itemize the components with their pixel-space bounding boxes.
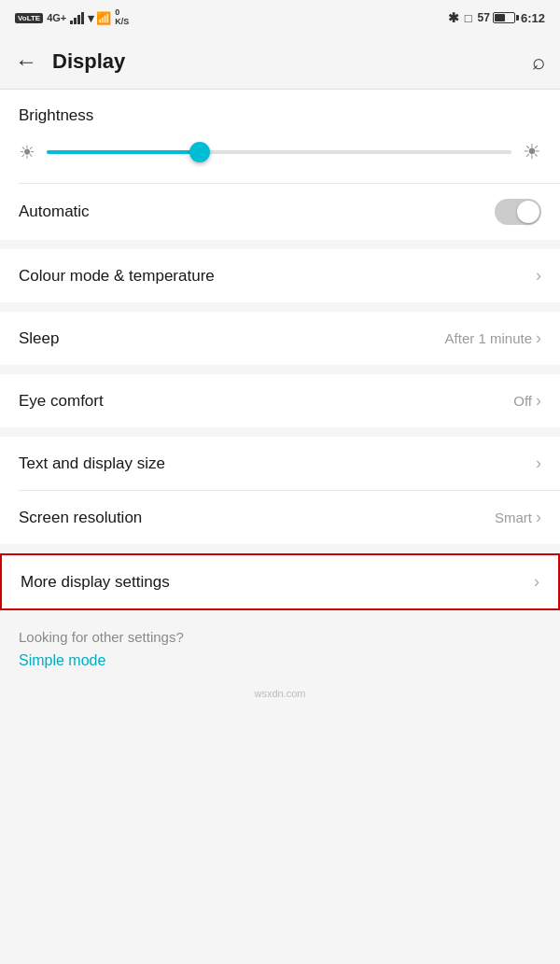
colour-mode-label: Colour mode & temperature [19,267,215,286]
screen-resolution-value: Smart [495,510,532,525]
automatic-row: Automatic [0,184,560,240]
colour-mode-chevron: › [536,266,541,286]
sleep-label: Sleep [19,329,59,348]
screen-resolution-label: Screen resolution [19,509,142,527]
automatic-toggle[interactable] [495,199,541,225]
colour-mode-row[interactable]: Colour mode & temperature › [0,249,560,302]
page-title: Display [52,49,125,74]
slider-fill [47,150,200,154]
time-display: 6:12 [521,11,545,25]
battery-level [495,14,505,21]
sun-large-icon: ☀ [523,140,541,164]
signal-4g: 4G+ [47,12,66,23]
sleep-right: After 1 minute › [445,328,541,348]
screen-resolution-chevron: › [536,508,541,527]
status-left: VoLTE 4G+ ▾ 📶 0 K/S [15,8,129,27]
slider-thumb[interactable] [189,142,210,162]
text-display-label: Text and display size [19,454,165,473]
brightness-slider[interactable] [47,141,511,163]
toggle-knob [517,201,539,223]
wifi-signal: ▾ 📶 [88,11,111,25]
looking-text: Looking for other settings? [19,629,541,645]
more-display-settings-row[interactable]: More display settings › [2,555,558,608]
battery-percent: 57 [478,11,490,24]
vibrate-icon: □ [465,11,472,25]
more-display-settings-chevron: › [534,572,539,592]
simple-mode-link[interactable]: Simple mode [19,652,541,669]
bluetooth-icon: ✱ [448,10,459,25]
looking-section: Looking for other settings? Simple mode [0,610,560,684]
text-display-right: › [536,454,541,473]
back-button[interactable]: ← [15,49,37,75]
sleep-chevron: › [536,328,541,348]
eye-comfort-label: Eye comfort [19,392,104,411]
sleep-value: After 1 minute [445,330,532,346]
search-icon[interactable]: ⌕ [532,49,545,75]
slider-track [47,150,511,154]
brightness-slider-row: ☀ ☀ [19,140,541,164]
sleep-card: Sleep After 1 minute › [0,312,560,365]
automatic-label: Automatic [19,203,90,221]
battery-icon [493,12,515,23]
eye-comfort-value: Off [513,393,532,409]
eye-comfort-chevron: › [536,391,541,411]
eye-comfort-row[interactable]: Eye comfort Off › [0,374,560,427]
screen-resolution-row[interactable]: Screen resolution Smart › [0,491,560,544]
brightness-label: Brightness [19,106,541,125]
text-display-chevron: › [536,454,541,473]
eye-comfort-right: Off › [513,391,541,411]
more-display-settings-label: More display settings [21,573,170,592]
text-screen-card: Text and display size › Screen resolutio… [0,437,560,544]
top-bar-left: ← Display [15,49,125,75]
top-bar: ← Display ⌕ [0,34,560,90]
screen-resolution-right: Smart › [495,508,541,527]
data-indicator: 0 K/S [115,8,129,27]
brightness-section: Brightness ☀ ☀ [0,90,560,183]
signal-bars [70,11,84,24]
watermark: wsxdn.com [0,684,560,703]
battery-container: 57 [478,11,515,24]
colour-mode-card: Colour mode & temperature › [0,249,560,302]
sun-small-icon: ☀ [19,141,35,163]
text-display-row[interactable]: Text and display size › [0,437,560,490]
status-bar: VoLTE 4G+ ▾ 📶 0 K/S ✱ □ 57 6:12 [0,0,560,34]
volte-indicator: VoLTE [15,13,43,23]
brightness-card: Brightness ☀ ☀ Automatic [0,90,560,240]
status-right: ✱ □ 57 6:12 [448,10,545,25]
more-display-settings-card: More display settings › [0,553,560,610]
colour-mode-right: › [536,266,541,286]
more-display-settings-right: › [534,572,539,592]
main-content: Brightness ☀ ☀ Automatic Co [0,90,560,703]
eye-comfort-card: Eye comfort Off › [0,374,560,427]
sleep-row[interactable]: Sleep After 1 minute › [0,312,560,365]
